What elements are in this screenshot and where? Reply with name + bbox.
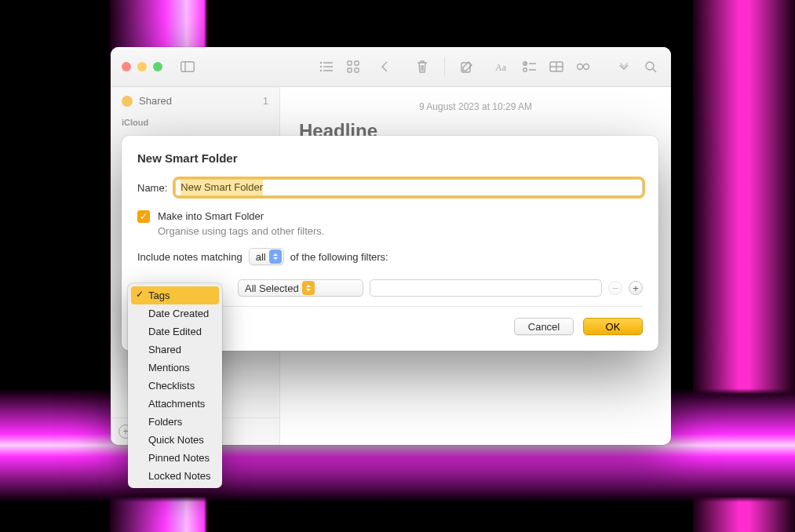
make-smart-folder-label: Make into Smart Folder	[158, 210, 264, 222]
dropdown-item-attachments[interactable]: Attachments	[131, 395, 219, 413]
make-smart-folder-checkbox[interactable]: ✓	[137, 210, 150, 223]
match-mode-value: all	[256, 251, 266, 263]
name-row: Name: New Smart Folder	[137, 179, 643, 196]
filter-value-label: All Selected	[245, 282, 299, 294]
add-filter-button[interactable]: +	[629, 281, 643, 295]
make-smart-folder-description: Organise using tags and other filters.	[158, 225, 643, 237]
filter-value-select[interactable]: All Selected	[238, 279, 363, 297]
cancel-button[interactable]: Cancel	[514, 318, 574, 335]
chevron-updown-icon	[269, 250, 282, 264]
include-text-post: of the following filters:	[290, 251, 388, 263]
dropdown-item-date-created[interactable]: Date Created	[131, 304, 219, 322]
folder-name-value: New Smart Folder	[181, 180, 263, 195]
dropdown-item-locked-notes[interactable]: Locked Notes	[131, 467, 219, 485]
dropdown-item-pinned-notes[interactable]: Pinned Notes	[131, 449, 219, 467]
dropdown-item-folders[interactable]: Folders	[131, 413, 219, 431]
name-label: Name:	[137, 182, 167, 194]
dropdown-item-tags[interactable]: Tags	[131, 286, 219, 304]
folder-name-input[interactable]: New Smart Folder	[175, 179, 643, 196]
filter-text-input[interactable]	[370, 279, 602, 297]
dropdown-item-shared[interactable]: Shared	[131, 341, 219, 359]
match-mode-select[interactable]: all	[249, 248, 284, 265]
dropdown-item-date-edited[interactable]: Date Edited	[131, 322, 219, 341]
include-text-pre: Include notes matching	[137, 251, 243, 263]
remove-filter-button: −	[608, 281, 622, 295]
make-smart-folder-row: ✓ Make into Smart Folder	[137, 210, 643, 223]
chevron-updown-icon	[302, 281, 315, 295]
ok-button[interactable]: OK	[583, 318, 643, 335]
include-row: Include notes matching all of the follow…	[137, 248, 643, 265]
dropdown-item-mentions[interactable]: Mentions	[131, 359, 219, 377]
dropdown-item-checklists[interactable]: Checklists	[131, 377, 219, 395]
dropdown-item-quick-notes[interactable]: Quick Notes	[131, 431, 219, 449]
modal-title: New Smart Folder	[137, 151, 643, 165]
filter-type-dropdown: Tags Date Created Date Edited Shared Men…	[128, 283, 222, 488]
